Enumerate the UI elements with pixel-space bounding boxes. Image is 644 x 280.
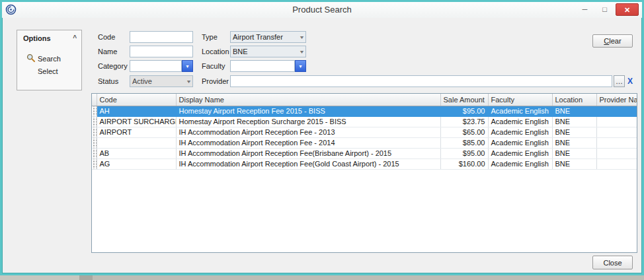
chevron-down-icon: ▼ xyxy=(299,35,305,40)
window-title: Product Search xyxy=(2,2,642,18)
cell-display-name: IH Accommodation Airport Reception Fee -… xyxy=(176,127,440,137)
provider-browse-button[interactable]: … xyxy=(614,75,625,87)
results-grid: Code Display Name Sale Amount Faculty Lo… xyxy=(91,93,637,253)
sidebar-item-label: Select xyxy=(38,67,58,75)
cell-code: AB xyxy=(97,148,176,158)
table-row[interactable]: AGIH Accommodation Airport Reception Fee… xyxy=(92,158,637,169)
cell-display-name: Homestay Airport Reception Fee 2015 - BI… xyxy=(176,106,440,116)
cell-location: BNE xyxy=(552,137,596,148)
options-header[interactable]: Options ^ xyxy=(17,30,81,44)
type-label: Type xyxy=(202,31,218,43)
cell-code: AH xyxy=(97,106,176,116)
collapse-icon[interactable]: ^ xyxy=(73,34,77,42)
chevron-down-icon: ▼ xyxy=(299,50,305,54)
cell-location: BNE xyxy=(552,127,596,137)
maximize-button[interactable]: □ xyxy=(596,3,614,16)
cell-display-name: IH Accommodation Airport Reception Fee(G… xyxy=(176,158,440,169)
title-bar[interactable]: Product Search ─ □ ✕ xyxy=(2,2,642,18)
table-row[interactable]: ABIH Accommodation Airport Reception Fee… xyxy=(92,148,637,158)
cell-faculty: Academic English xyxy=(488,158,552,169)
cell-display-name: IH Accommodation Airport Reception Fee(B… xyxy=(176,148,440,158)
row-indicator xyxy=(92,137,97,148)
row-indicator xyxy=(92,116,97,127)
sidebar-item-label: Search xyxy=(38,55,61,63)
table-row[interactable]: AHHomestay Airport Reception Fee 2015 - … xyxy=(92,106,637,116)
status-combo[interactable]: Active ▼ xyxy=(130,75,193,87)
row-indicator xyxy=(92,158,97,169)
header-location[interactable]: Location xyxy=(552,94,596,106)
cell-sale-amount: $65.00 xyxy=(440,127,488,137)
clear-button-label: Clear xyxy=(604,37,621,45)
search-icon xyxy=(26,53,35,63)
location-value: BNE xyxy=(233,48,248,55)
type-value: Airport Transfer xyxy=(233,33,283,41)
sidebar-item-select[interactable]: Select xyxy=(17,65,81,77)
options-panel: Options ^ Search Select xyxy=(17,30,82,90)
cell-location: BNE xyxy=(552,148,596,158)
header-provider-name[interactable]: Provider Name xyxy=(596,94,637,106)
name-input[interactable] xyxy=(130,46,193,57)
provider-clear-button[interactable]: X xyxy=(625,75,635,87)
clear-button[interactable]: Clear xyxy=(592,34,633,48)
provider-label: Provider xyxy=(202,75,229,87)
cell-sale-amount: $95.00 xyxy=(440,106,488,116)
window-body: Options ^ Search Select Co xyxy=(2,18,642,273)
header-faculty[interactable]: Faculty xyxy=(488,94,552,106)
status-value: Active xyxy=(132,77,152,85)
row-indicator xyxy=(92,148,97,158)
cell-provider-name xyxy=(596,158,637,169)
cell-provider-name xyxy=(596,106,637,116)
table-row[interactable]: IH Accommodation Airport Reception Fee -… xyxy=(92,137,637,148)
faculty-dropdown-button[interactable]: ▼ xyxy=(295,60,306,72)
row-indicator xyxy=(92,127,97,137)
cell-faculty: Academic English xyxy=(488,137,552,148)
results-table: Code Display Name Sale Amount Faculty Lo… xyxy=(92,94,637,170)
category-label: Category xyxy=(98,60,128,72)
cell-code: AIRPORT SURCHARGE xyxy=(97,116,176,127)
cell-location: BNE xyxy=(552,106,596,116)
screen: Product Search ─ □ ✕ Options ^ xyxy=(0,0,644,280)
cell-location: BNE xyxy=(552,158,596,169)
table-row[interactable]: AIRPORT SURCHARGEHomestay Airport Recept… xyxy=(92,116,637,127)
product-search-window: Product Search ─ □ ✕ Options ^ xyxy=(0,0,644,275)
cell-provider-name xyxy=(596,116,637,127)
faculty-input[interactable] xyxy=(230,60,295,72)
header-sale-amount[interactable]: Sale Amount xyxy=(440,94,488,106)
cell-sale-amount: $95.00 xyxy=(440,148,488,158)
cell-location: BNE xyxy=(552,116,596,127)
results-table-body: AHHomestay Airport Reception Fee 2015 - … xyxy=(92,106,637,169)
cell-code: AIRPORT xyxy=(97,127,176,137)
category-input[interactable] xyxy=(130,60,182,72)
table-row[interactable]: AIRPORTIH Accommodation Airport Receptio… xyxy=(92,127,637,137)
faculty-label: Faculty xyxy=(202,60,225,72)
cell-faculty: Academic English xyxy=(488,116,552,127)
provider-input[interactable] xyxy=(230,75,612,87)
close-button-label: Close xyxy=(603,259,622,267)
cell-code: AG xyxy=(97,158,176,169)
header-code[interactable]: Code xyxy=(97,94,176,106)
cell-sale-amount: $23.75 xyxy=(440,116,488,127)
cell-faculty: Academic English xyxy=(488,106,552,116)
close-button[interactable]: Close xyxy=(592,256,633,269)
background-window-edge xyxy=(0,275,644,280)
close-window-button[interactable]: ✕ xyxy=(616,3,639,16)
location-combo[interactable]: BNE ▼ xyxy=(230,46,306,57)
cell-provider-name xyxy=(596,137,637,148)
cell-display-name: Homestay Airport Reception Surcharge 201… xyxy=(176,116,440,127)
cell-faculty: Academic English xyxy=(488,127,552,137)
cell-provider-name xyxy=(596,127,637,137)
code-input[interactable] xyxy=(130,31,193,43)
code-label: Code xyxy=(98,31,115,43)
row-indicator xyxy=(92,106,97,116)
window-controls: ─ □ ✕ xyxy=(576,3,639,16)
type-combo[interactable]: Airport Transfer ▼ xyxy=(230,31,306,43)
location-label: Location xyxy=(202,46,229,57)
header-indicator xyxy=(92,94,97,106)
header-display-name[interactable]: Display Name xyxy=(176,94,440,106)
chevron-down-icon: ▼ xyxy=(186,79,192,84)
sidebar-item-search[interactable]: Search xyxy=(17,52,81,65)
category-dropdown-button[interactable]: ▼ xyxy=(182,60,193,72)
cell-code xyxy=(97,137,176,148)
table-header-row: Code Display Name Sale Amount Faculty Lo… xyxy=(92,94,637,106)
minimize-button[interactable]: ─ xyxy=(576,3,594,16)
